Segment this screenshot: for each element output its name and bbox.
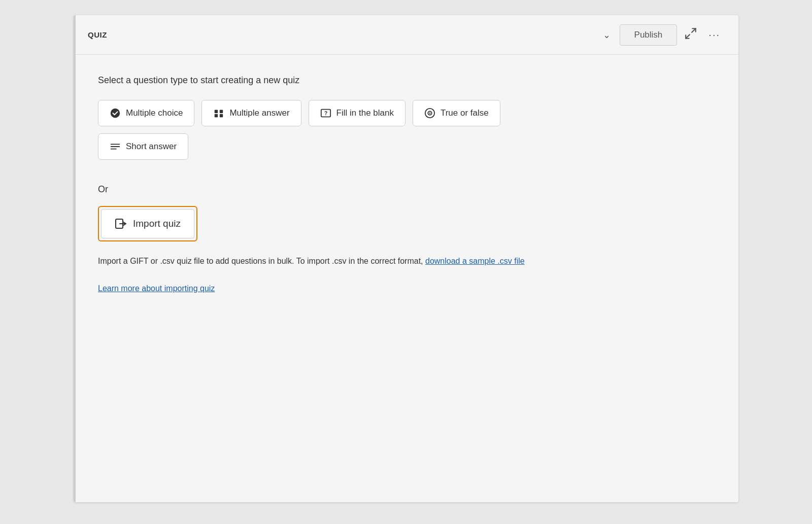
or-text: Or bbox=[98, 184, 714, 195]
import-icon bbox=[115, 218, 127, 230]
short-answer-label: Short answer bbox=[126, 142, 177, 152]
svg-line-0 bbox=[692, 28, 696, 32]
import-description: Import a GIFT or .csv quiz file to add q… bbox=[98, 255, 656, 268]
header-right: ⌄ Publish ··· bbox=[599, 24, 724, 46]
svg-rect-5 bbox=[215, 114, 218, 117]
fill-in-blank-label: Fill in the blank bbox=[336, 108, 394, 118]
question-types-row-2: Short answer bbox=[98, 133, 714, 160]
publish-button[interactable]: Publish bbox=[620, 24, 678, 46]
header-left: QUIZ bbox=[88, 30, 107, 39]
import-quiz-wrapper: Import quiz bbox=[98, 206, 197, 241]
import-quiz-button[interactable]: Import quiz bbox=[101, 209, 194, 238]
true-or-false-button[interactable]: True or false bbox=[413, 100, 500, 126]
fill-in-blank-button[interactable]: ? Fill in the blank bbox=[309, 100, 405, 126]
header: QUIZ ⌄ Publish ··· bbox=[74, 15, 738, 55]
short-answer-icon bbox=[110, 141, 121, 152]
more-options-icon[interactable]: ··· bbox=[704, 27, 724, 43]
svg-rect-3 bbox=[215, 110, 218, 113]
svg-rect-4 bbox=[220, 110, 223, 113]
true-false-icon bbox=[424, 108, 435, 119]
true-or-false-label: True or false bbox=[441, 108, 489, 118]
question-types-row-1: Multiple choice Multiple answer bbox=[98, 100, 714, 126]
multiple-answer-button[interactable]: Multiple answer bbox=[201, 100, 301, 126]
import-description-text: Import a GIFT or .csv quiz file to add q… bbox=[98, 257, 425, 265]
fill-blank-icon: ? bbox=[320, 108, 331, 119]
multiple-choice-button[interactable]: Multiple choice bbox=[98, 100, 194, 126]
import-quiz-label: Import quiz bbox=[133, 218, 181, 229]
svg-point-2 bbox=[111, 109, 120, 118]
svg-text:?: ? bbox=[324, 111, 327, 116]
svg-point-11 bbox=[429, 113, 431, 114]
svg-line-1 bbox=[686, 34, 690, 39]
svg-rect-6 bbox=[220, 114, 223, 117]
check-circle-icon bbox=[110, 108, 121, 119]
main-content: Select a question type to start creating… bbox=[74, 55, 738, 313]
learn-more-link[interactable]: Learn more about importing quiz bbox=[98, 284, 215, 293]
short-answer-button[interactable]: Short answer bbox=[98, 133, 188, 160]
quiz-panel: QUIZ ⌄ Publish ··· Select a question typ… bbox=[74, 15, 738, 502]
multiple-choice-label: Multiple choice bbox=[126, 108, 183, 118]
section-title: Select a question type to start creating… bbox=[98, 75, 714, 86]
quiz-title: QUIZ bbox=[88, 30, 107, 39]
multiple-answer-icon bbox=[213, 108, 224, 119]
chevron-down-icon[interactable]: ⌄ bbox=[599, 27, 615, 43]
left-accent-bar bbox=[74, 15, 76, 502]
download-sample-link[interactable]: download a sample .csv file bbox=[425, 257, 525, 265]
fullscreen-icon[interactable] bbox=[682, 25, 699, 45]
multiple-answer-label: Multiple answer bbox=[229, 108, 289, 118]
